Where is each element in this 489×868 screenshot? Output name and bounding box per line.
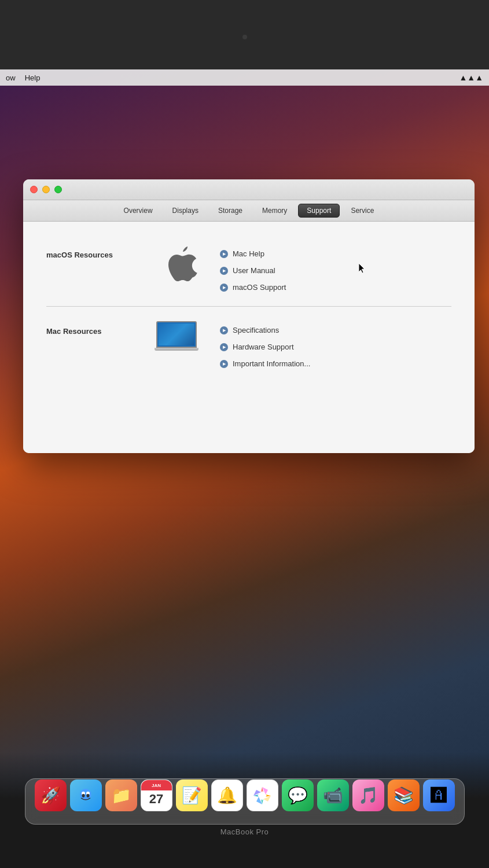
menubar-window[interactable]: ow — [6, 73, 16, 82]
macbook-label: MacBook Pro — [220, 827, 269, 836]
svg-point-3 — [82, 794, 85, 797]
mac-resources-links: Specifications Hardware Support Importan… — [220, 321, 310, 368]
mac-help-arrow-icon — [220, 250, 228, 258]
macos-resources-section: macOS Resources Mac Help User Manual — [41, 233, 457, 303]
titlebar — [23, 179, 475, 200]
dock-icon-appstore[interactable]: 🅰 — [423, 779, 455, 811]
apple-logo-icon — [156, 245, 203, 288]
close-button[interactable] — [30, 186, 38, 193]
tab-support[interactable]: Support — [298, 204, 340, 218]
tab-overview[interactable]: Overview — [115, 204, 161, 218]
maximize-button[interactable] — [54, 186, 62, 193]
user-manual-arrow-icon — [220, 267, 228, 275]
svg-point-6 — [259, 792, 266, 799]
tab-service[interactable]: Service — [342, 204, 383, 218]
specifications-arrow-icon — [220, 326, 228, 334]
tab-memory[interactable]: Memory — [253, 204, 296, 218]
tabbar: Overview Displays Storage Memory Support… — [23, 200, 475, 222]
menubar-right: ▲▲▲ — [459, 73, 483, 82]
mac-help-link[interactable]: Mac Help — [220, 249, 286, 258]
top-bezel — [0, 0, 489, 69]
dock-icon-folder[interactable]: 📁 — [105, 779, 137, 811]
svg-point-4 — [87, 794, 90, 797]
dock: 🚀 📁 JAN 27 📝 🔔 💬 📹 🎵 📚 🅰 — [0, 775, 489, 816]
dock-icon-books[interactable]: 📚 — [388, 779, 420, 811]
dock-icon-notes[interactable]: 📝 — [176, 779, 208, 811]
user-manual-link[interactable]: User Manual — [220, 266, 286, 275]
dock-icon-facetime[interactable]: 📹 — [317, 779, 349, 811]
menubar-help[interactable]: Help — [25, 73, 41, 82]
mac-resources-label: Mac Resources — [46, 321, 139, 336]
hardware-support-arrow-icon — [220, 343, 228, 351]
tab-storage[interactable]: Storage — [209, 204, 251, 218]
dock-icon-messages[interactable]: 💬 — [282, 779, 314, 811]
macos-support-link[interactable]: macOS Support — [220, 283, 286, 292]
important-information-arrow-icon — [220, 360, 228, 368]
dock-icon-calendar[interactable]: JAN 27 — [141, 779, 172, 811]
window-content: macOS Resources Mac Help User Manual — [23, 222, 475, 453]
wifi-icon: ▲▲▲ — [459, 73, 483, 82]
macos-resources-label: macOS Resources — [46, 245, 139, 259]
dock-icon-reminders[interactable]: 🔔 — [211, 779, 243, 811]
dock-icon-finder[interactable] — [70, 779, 102, 811]
macos-resources-links: Mac Help User Manual macOS Support — [220, 245, 286, 292]
hardware-support-link[interactable]: Hardware Support — [220, 343, 310, 351]
macbook-base — [155, 348, 198, 351]
dock-icon-launchpad[interactable]: 🚀 — [35, 779, 67, 811]
menubar: ow Help ▲▲▲ — [0, 69, 489, 86]
macbook-icon — [156, 321, 203, 356]
camera — [242, 35, 247, 39]
macbook-screen — [156, 321, 197, 348]
system-information-window: Overview Displays Storage Memory Support… — [23, 179, 475, 453]
dock-icon-photos[interactable] — [247, 779, 278, 811]
mac-resources-section: Mac Resources Specifications Hardware Su… — [41, 310, 457, 380]
dock-icon-music[interactable]: 🎵 — [352, 779, 384, 811]
macos-support-arrow-icon — [220, 284, 228, 292]
important-information-link[interactable]: Important Information... — [220, 359, 310, 368]
minimize-button[interactable] — [42, 186, 50, 193]
specifications-link[interactable]: Specifications — [220, 326, 310, 334]
section-divider — [46, 306, 451, 307]
tab-displays[interactable]: Displays — [164, 204, 207, 218]
